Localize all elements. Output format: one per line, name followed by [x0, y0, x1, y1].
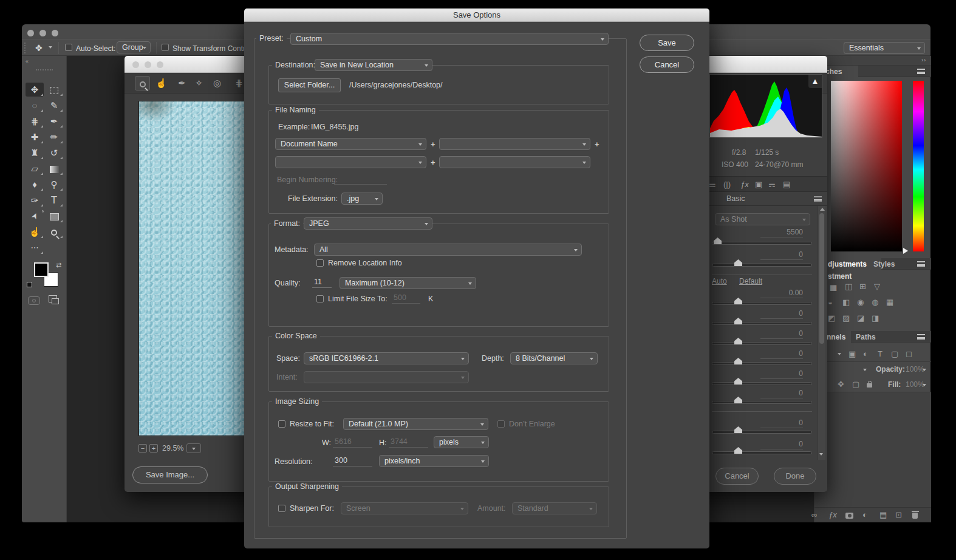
healing-brush-tool[interactable]: ✚: [26, 130, 44, 144]
color-lookup-adjustment-icon[interactable]: ▦: [886, 298, 893, 307]
quality-preset-dropdown[interactable]: Maximum (10-12): [340, 277, 476, 289]
auto-select-target-dropdown[interactable]: Group: [117, 41, 151, 53]
zoom-tool[interactable]: [135, 76, 150, 90]
chevron-down-icon[interactable]: [923, 383, 927, 387]
threshold-adjustment-icon[interactable]: ◪: [857, 313, 864, 323]
color-sampler-tool[interactable]: ✧: [191, 76, 207, 90]
preset-dropdown[interactable]: Custom: [290, 33, 609, 45]
more-tools-button[interactable]: ⋯: [26, 241, 44, 254]
workspace-switcher-dropdown[interactable]: Essentials: [844, 42, 925, 54]
intent-dropdown[interactable]: [304, 371, 469, 383]
destination-dropdown[interactable]: Save in New Location: [315, 59, 432, 71]
exposure-slider[interactable]: [712, 302, 812, 305]
path-select-tool[interactable]: ➤: [24, 205, 45, 227]
amount-dropdown[interactable]: Standard: [512, 502, 597, 514]
marquee-tool[interactable]: [45, 83, 63, 97]
scrollbar-thumb[interactable]: [819, 213, 824, 344]
size-unit-dropdown[interactable]: pixels: [434, 436, 489, 448]
tint-slider[interactable]: [712, 264, 812, 267]
link-layers-icon[interactable]: ∞: [811, 510, 817, 519]
panel-menu-icon[interactable]: [917, 334, 925, 340]
slider-thumb[interactable]: [734, 447, 742, 454]
history-brush-tool[interactable]: ↺: [45, 146, 63, 160]
zoom-window-button[interactable]: [52, 30, 58, 36]
scrollbar[interactable]: [818, 206, 825, 460]
file-extension-dropdown[interactable]: .jpg: [341, 193, 383, 205]
hue-sat-adjustment-icon[interactable]: ◒: [828, 298, 833, 307]
slider-thumb[interactable]: [734, 318, 742, 324]
clone-stamp-tool[interactable]: ♜: [26, 146, 44, 160]
vibrance-slider[interactable]: [712, 451, 812, 454]
dodge-tool[interactable]: ⚲: [45, 177, 63, 191]
blacks-slider[interactable]: [712, 401, 812, 404]
zoom-level-value[interactable]: 29.5%: [162, 444, 183, 452]
black-white-adjustment-icon[interactable]: ◧: [842, 298, 850, 307]
camera-calibration-icon[interactable]: ▣: [755, 180, 762, 189]
resize-to-fit-checkbox[interactable]: [278, 420, 285, 428]
zoom-tool[interactable]: [45, 225, 63, 239]
lasso-tool[interactable]: ◌: [26, 98, 44, 112]
highlights-slider[interactable]: [712, 342, 812, 345]
shadows-slider[interactable]: [712, 362, 812, 365]
type-tool[interactable]: T: [45, 193, 63, 207]
panel-menu-icon[interactable]: [814, 196, 822, 202]
hand-tool[interactable]: ☝: [26, 225, 44, 239]
cancel-button[interactable]: Cancel: [640, 56, 694, 73]
shape-tool[interactable]: [45, 209, 63, 223]
zoom-in-button[interactable]: +: [149, 444, 158, 452]
gradient-tool[interactable]: [45, 162, 63, 176]
scroll-down-icon[interactable]: [819, 452, 824, 456]
highlight-clipping-warning-icon[interactable]: ▲: [808, 75, 822, 88]
lens-corrections-icon[interactable]: (|): [723, 180, 731, 189]
naming-token-2-dropdown[interactable]: [439, 138, 590, 150]
limit-file-size-checkbox[interactable]: [316, 295, 324, 302]
chevron-down-icon[interactable]: [49, 46, 53, 49]
brush-tool[interactable]: ✏: [45, 130, 63, 144]
split-toning-icon[interactable]: ⚎: [768, 180, 776, 189]
screen-mode-button[interactable]: [49, 295, 57, 302]
pen-tool[interactable]: ✑: [26, 193, 44, 207]
minimize-window-button[interactable]: [145, 61, 151, 68]
select-folder-button[interactable]: Select Folder...: [278, 78, 341, 92]
filter-type-layers-icon[interactable]: T: [878, 349, 883, 358]
targeted-adjustment-tool[interactable]: ◎: [210, 76, 225, 90]
curves-adjustment-icon[interactable]: ◫: [845, 282, 852, 291]
blur-tool[interactable]: ♦: [26, 177, 44, 191]
close-window-button[interactable]: [27, 30, 34, 36]
hand-tool[interactable]: ☝: [154, 76, 169, 90]
minimize-window-button[interactable]: [39, 30, 46, 36]
chevron-down-icon[interactable]: [923, 368, 927, 372]
white-balance-eyedropper[interactable]: ✒: [174, 76, 189, 90]
collapse-panel-icon[interactable]: «: [26, 58, 29, 64]
slider-thumb[interactable]: [734, 426, 742, 433]
chevron-down-icon[interactable]: [838, 352, 842, 356]
slider-thumb[interactable]: [734, 358, 742, 364]
sharpen-for-checkbox[interactable]: [278, 505, 285, 512]
move-tool[interactable]: ✥: [26, 83, 44, 97]
new-adjustment-layer-icon[interactable]: ◐: [862, 510, 867, 519]
opacity-value[interactable]: 100%: [906, 365, 924, 374]
temperature-slider[interactable]: [712, 242, 812, 245]
lock-artboard-icon[interactable]: ▢: [852, 380, 859, 389]
quality-field[interactable]: 11: [312, 278, 332, 288]
new-group-icon[interactable]: ▤: [879, 510, 887, 519]
default-colors-icon[interactable]: [27, 282, 32, 287]
naming-token-4-dropdown[interactable]: [439, 156, 590, 168]
filter-pixel-layers-icon[interactable]: ▣: [848, 349, 856, 358]
save-image-button[interactable]: Save Image...: [132, 466, 208, 483]
move-tool-icon[interactable]: ✥: [35, 43, 43, 53]
save-button[interactable]: Save: [640, 35, 694, 51]
slider-thumb[interactable]: [734, 397, 742, 403]
width-field[interactable]: 5616: [333, 437, 372, 448]
basic-panel-icon[interactable]: ⚌: [709, 180, 716, 189]
posterize-adjustment-icon[interactable]: ▨: [842, 313, 850, 323]
clarity-slider[interactable]: [712, 431, 812, 434]
invert-adjustment-icon[interactable]: ◩: [828, 313, 835, 323]
filter-smart-objects-icon[interactable]: ◻: [906, 349, 912, 358]
crop-tool[interactable]: ⋕: [26, 114, 44, 128]
resolution-unit-dropdown[interactable]: pixels/inch: [379, 455, 489, 467]
quick-selection-tool[interactable]: ✎: [45, 98, 63, 112]
camera-raw-done-button[interactable]: Done: [774, 468, 816, 485]
resolution-field[interactable]: 300: [333, 456, 372, 466]
slider-thumb[interactable]: [734, 298, 742, 304]
